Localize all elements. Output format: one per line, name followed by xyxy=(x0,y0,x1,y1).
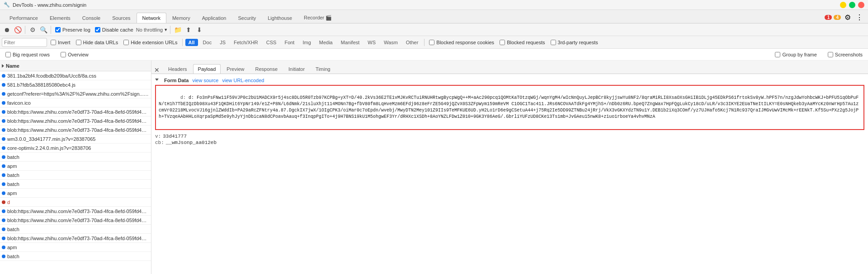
list-item[interactable]: wm3.0.0_33d41777.min.js?v=28387065 xyxy=(0,135,151,144)
type-btn-img[interactable]: Img xyxy=(299,39,314,46)
list-item[interactable]: batch xyxy=(0,180,151,189)
settings-button[interactable]: ⚙ xyxy=(843,12,853,22)
third-party-requests-label-wrap[interactable]: 3rd-party requests xyxy=(549,40,600,45)
list-item[interactable]: batch xyxy=(0,252,151,261)
type-btn-fetch-xhr[interactable]: Fetch/XHR xyxy=(231,39,261,46)
detail-tab-initiator[interactable]: Initiator xyxy=(283,64,310,74)
list-item[interactable]: 381.1ba2bf4.fcodbdb209ba/Ucc8/8a.css xyxy=(0,71,151,80)
hide-extension-urls-checkbox-label[interactable]: Hide extension URLs xyxy=(122,40,179,45)
preserve-log-checkbox[interactable] xyxy=(55,27,61,33)
status-dot xyxy=(2,209,5,213)
list-item[interactable]: apm xyxy=(0,189,151,198)
blocked-response-cookies-label-wrap[interactable]: Blocked response cookies xyxy=(427,40,496,45)
maximize-button[interactable] xyxy=(849,2,855,8)
view-source-link[interactable]: view source xyxy=(192,78,218,83)
preserve-log-label: Preserve log xyxy=(62,27,90,33)
list-item[interactable]: apm xyxy=(0,162,151,171)
detail-tab-payload[interactable]: Payload xyxy=(193,64,221,74)
form-data-value-box: d: d: Fo3nPsFNw11F59VJP0c2bU1MADCX9r5j4s… xyxy=(155,85,864,130)
type-btn-js[interactable]: JS xyxy=(217,39,229,46)
list-item-error[interactable]: d xyxy=(0,198,151,207)
type-btn-font[interactable]: Font xyxy=(281,39,297,46)
record-button[interactable]: ⏺ xyxy=(2,25,12,35)
list-item[interactable]: getconf?referer=https%3A%2F%2Fwww.zhihu.… xyxy=(0,89,151,98)
payload-field-v: v: 33d41777 xyxy=(155,134,864,139)
type-btn-other[interactable]: Other xyxy=(403,39,422,46)
list-item[interactable]: blob:https://www.zhihu.com/e7e0df73-70ad… xyxy=(0,116,151,125)
disable-cache-checkbox[interactable] xyxy=(95,27,100,33)
blocked-requests-checkbox[interactable] xyxy=(500,40,505,45)
overview-label-wrap[interactable]: Overview xyxy=(59,52,90,57)
close-detail-panel-button[interactable]: ✕ xyxy=(153,66,160,74)
tab-sources[interactable]: Sources xyxy=(106,13,136,23)
list-sort-triangle[interactable] xyxy=(2,64,4,68)
blocked-requests-label-wrap[interactable]: Blocked requests xyxy=(498,40,547,45)
list-item[interactable]: 581.b7fdb5a388185080ebc4.js xyxy=(0,80,151,89)
screenshots-label-wrap[interactable]: Screenshots xyxy=(826,52,864,57)
list-item[interactable]: blob:https://www.zhihu.com/e7e0df73-70ad… xyxy=(0,234,151,243)
export-har2-button[interactable]: ⬇ xyxy=(194,25,204,35)
close-button[interactable] xyxy=(858,2,864,8)
disable-cache-checkbox-label[interactable]: Disable cache xyxy=(93,27,135,33)
type-btn-doc[interactable]: Doc xyxy=(200,39,215,46)
tab-security[interactable]: Security xyxy=(232,13,262,23)
more-options-button[interactable]: ⋮ xyxy=(854,12,864,22)
name-column-header[interactable]: Name xyxy=(6,63,19,69)
type-btn-wasm[interactable]: Wasm xyxy=(381,39,401,46)
list-item[interactable]: batch xyxy=(0,153,151,162)
detail-tab-timing[interactable]: Timing xyxy=(311,64,335,74)
list-item[interactable]: blob:https://www.zhihu.com/e7e0df73-70ad… xyxy=(0,125,151,135)
detail-panel: ✕ Headers Payload Preview Response Initi… xyxy=(151,60,868,274)
invert-checkbox-label[interactable]: Invert xyxy=(49,40,72,45)
list-item[interactable]: apm xyxy=(0,243,151,252)
type-btn-media[interactable]: Media xyxy=(316,39,336,46)
group-by-frame-checkbox[interactable] xyxy=(775,52,780,57)
list-item[interactable]: batch xyxy=(0,171,151,180)
tab-elements[interactable]: Elements xyxy=(44,13,76,23)
detail-tab-response[interactable]: Response xyxy=(250,64,283,74)
blocked-response-cookies-checkbox[interactable] xyxy=(429,40,434,45)
big-request-rows-checkbox[interactable] xyxy=(5,52,11,57)
form-data-collapse-icon[interactable] xyxy=(155,79,159,83)
tab-console[interactable]: Console xyxy=(76,13,106,23)
preserve-log-checkbox-label[interactable]: Preserve log xyxy=(53,27,92,33)
view-url-encoded-link[interactable]: view URL-encoded xyxy=(222,78,264,83)
list-item[interactable]: blob:https://www.zhihu.com/e7e0df73-70ad… xyxy=(0,216,151,225)
minimize-button[interactable] xyxy=(840,2,846,8)
toolbar-divider-2 xyxy=(51,26,51,34)
import-har-button[interactable]: 📁 xyxy=(173,25,183,35)
hide-data-urls-checkbox-label[interactable]: Hide data URLs xyxy=(74,40,120,45)
third-party-requests-checkbox[interactable] xyxy=(551,40,556,45)
tab-recorder[interactable]: Recorder 🎬 xyxy=(298,12,338,23)
search-button[interactable]: 🔍 xyxy=(38,25,48,35)
tab-lighthouse[interactable]: Lighthouse xyxy=(262,13,298,23)
list-item[interactable]: blob:https://www.zhihu.com/e7e0df73-70ad… xyxy=(0,107,151,116)
tab-application[interactable]: Application xyxy=(196,13,232,23)
big-request-rows-label-wrap[interactable]: Big request rows xyxy=(4,52,52,57)
list-item[interactable]: favicon.ico xyxy=(0,98,151,107)
titlebar-title: DevTools - www.zhihu.com/signin xyxy=(13,2,86,8)
screenshots-checkbox[interactable] xyxy=(828,52,833,57)
clear-button[interactable]: 🚫 xyxy=(13,25,23,35)
type-btn-manifest[interactable]: Manifest xyxy=(338,39,363,46)
tab-network[interactable]: Network xyxy=(137,13,166,23)
type-btn-css[interactable]: CSS xyxy=(263,39,280,46)
tab-memory[interactable]: Memory xyxy=(166,13,196,23)
list-item[interactable]: batch xyxy=(0,225,151,234)
type-btn-ws[interactable]: WS xyxy=(364,39,379,46)
type-btn-all[interactable]: All xyxy=(185,39,198,46)
group-by-frame-label-wrap[interactable]: Group by frame xyxy=(773,52,818,57)
export-har-button[interactable]: ⬆ xyxy=(184,25,193,35)
filter-input[interactable] xyxy=(2,38,47,47)
overview-checkbox[interactable] xyxy=(61,52,66,57)
invert-checkbox[interactable] xyxy=(51,40,56,45)
list-item[interactable]: core-optimiv.2.24.0.min.js?v=2838706 xyxy=(0,144,151,153)
filter-button[interactable]: ⚙ xyxy=(28,25,38,35)
hide-extension-urls-checkbox[interactable] xyxy=(123,40,129,45)
list-item[interactable]: blob:https://www.zhihu.com/e7e0df73-70ad… xyxy=(0,207,151,216)
detail-tab-headers[interactable]: Headers xyxy=(163,64,192,74)
tab-performance[interactable]: Performance xyxy=(4,13,44,23)
hide-data-urls-checkbox[interactable] xyxy=(76,40,81,45)
throttle-dropdown[interactable]: No throttling ▼ xyxy=(136,27,168,33)
detail-tab-preview[interactable]: Preview xyxy=(222,64,249,74)
